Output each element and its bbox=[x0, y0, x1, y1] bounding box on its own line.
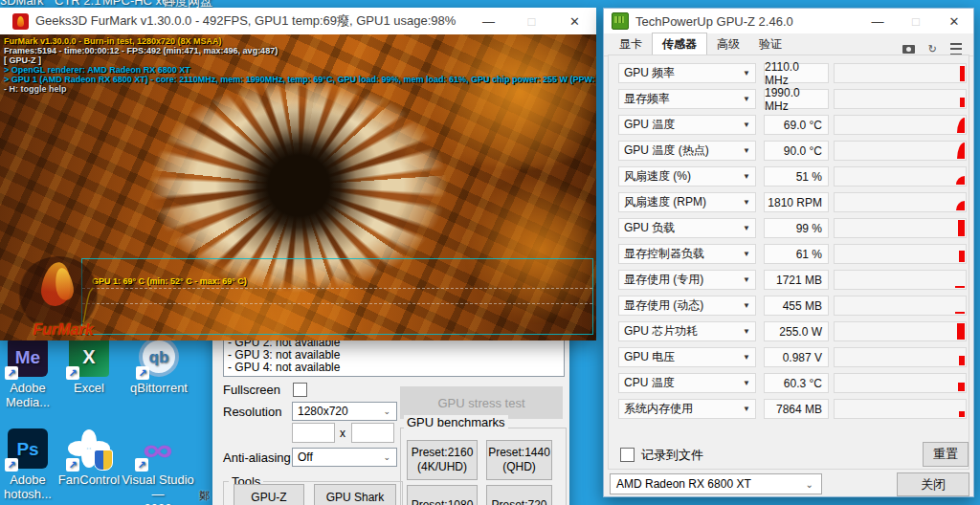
furmark-render-window: Geeks3D FurMark v1.30.0.0 - 492FPS, GPU1… bbox=[0, 8, 596, 340]
graph-fill bbox=[956, 201, 965, 210]
sensor-row: 风扇速度 (%)▼51 % bbox=[609, 166, 969, 187]
minimize-button[interactable]: — bbox=[467, 8, 510, 34]
chevron-down-icon: ▼ bbox=[743, 379, 750, 387]
tab-显卡[interactable]: 显卡 bbox=[610, 33, 652, 55]
sensor-select[interactable]: GPU 负载▼ bbox=[618, 218, 756, 238]
sensor-row: 显存频率▼1990.0 MHz bbox=[609, 89, 969, 109]
preset-button-1440[interactable]: Preset:1440(QHD) bbox=[486, 440, 552, 480]
graph-fill bbox=[960, 66, 965, 81]
camera-icon[interactable] bbox=[902, 45, 915, 54]
maximize-button[interactable]: □ bbox=[897, 9, 935, 33]
sensor-select[interactable]: 显存使用 (专用)▼ bbox=[618, 270, 756, 290]
minimize-button[interactable]: — bbox=[858, 9, 897, 33]
chevron-down-icon: ▼ bbox=[743, 69, 750, 77]
sensor-select[interactable]: GPU 频率▼ bbox=[618, 63, 756, 83]
sensor-value: 1810 RPM bbox=[764, 192, 829, 212]
sensor-select[interactable]: 风扇速度 (%)▼ bbox=[618, 166, 756, 187]
fullscreen-label: Fullscreen bbox=[223, 383, 280, 397]
chevron-down-icon: ⌄ bbox=[383, 406, 390, 416]
chevron-down-icon: ▼ bbox=[743, 172, 750, 181]
gpu-shark-tool-button[interactable]: GPU Shark bbox=[314, 484, 396, 505]
gpuz-titlebar[interactable]: TechPowerUp GPU-Z 2.46.0 — □ ✕ bbox=[604, 9, 973, 33]
gpu-stress-test-button[interactable]: GPU stress test bbox=[400, 386, 563, 419]
maximize-button[interactable]: □ bbox=[510, 8, 553, 34]
sensor-row: GPU 温度▼69.0 °C bbox=[609, 115, 969, 135]
graph-fill bbox=[957, 143, 965, 159]
fullscreen-checkbox[interactable] bbox=[293, 383, 307, 397]
sensor-select[interactable]: 显存控制器负载▼ bbox=[618, 244, 756, 264]
sensor-select[interactable]: 系统内存使用▼ bbox=[618, 399, 756, 419]
close-button[interactable]: ✕ bbox=[553, 8, 596, 34]
gpu-z-tool-button[interactable]: GPU-Z bbox=[234, 484, 304, 505]
sensor-row: GPU 频率▼2110.0 MHz bbox=[609, 63, 969, 83]
antialiasing-select[interactable]: Off ⌄ bbox=[292, 448, 397, 467]
sensor-value: 60.3 °C bbox=[764, 373, 829, 393]
icon-label: hotosh... bbox=[0, 487, 65, 501]
sensor-select[interactable]: GPU 芯片功耗▼ bbox=[618, 321, 756, 341]
sensor-row: CPU 温度▼60.3 °C bbox=[609, 373, 969, 393]
sensor-graph bbox=[834, 63, 967, 83]
sensor-graph bbox=[834, 270, 967, 290]
sensor-row: 显存控制器负载▼61 % bbox=[609, 244, 969, 264]
chevron-down-icon: ⌄ bbox=[383, 452, 390, 462]
sensor-select[interactable]: GPU 温度 (热点)▼ bbox=[618, 141, 756, 161]
sensor-value: 69.0 °C bbox=[764, 115, 829, 135]
burnin-render-area: FurMark v1.30.0.0 - Burn-in test, 1280x7… bbox=[0, 34, 596, 340]
desktop-icon-vs[interactable]: ∞↗Visual Studio —2022 bbox=[117, 428, 199, 505]
desktop-icon-fan[interactable]: ↗FanControl bbox=[52, 428, 126, 487]
log-to-file-checkbox[interactable] bbox=[620, 448, 635, 462]
refresh-icon[interactable]: ↻ bbox=[928, 44, 937, 55]
sensor-select[interactable]: 显存使用 (动态)▼ bbox=[618, 296, 756, 316]
shortcut-arrow-icon: ↗ bbox=[66, 458, 79, 472]
preset-button-720[interactable]: Preset:720 bbox=[486, 485, 552, 505]
gpu-temp-graph-overlay: GPU 1: 69° C (min: 52° C - max: 69° C) bbox=[81, 258, 593, 335]
osd-line: - H: toggle help bbox=[4, 84, 596, 94]
sensor-select[interactable]: GPU 电压▼ bbox=[618, 347, 756, 367]
reset-button[interactable]: 重置 bbox=[923, 442, 969, 467]
close-button[interactable]: ✕ bbox=[935, 9, 973, 33]
icon-label: 2022 bbox=[117, 501, 199, 505]
desktop-icon-qb[interactable]: qb↗qBittorrent bbox=[122, 337, 196, 395]
sensor-value: 1990.0 MHz bbox=[764, 89, 829, 109]
shortcut-arrow-icon: ↗ bbox=[66, 366, 79, 380]
tab-传感器[interactable]: 传感器 bbox=[652, 33, 707, 55]
tab-高级[interactable]: 高级 bbox=[707, 33, 749, 55]
sensor-graph bbox=[834, 115, 967, 135]
top-icon-label: 3DMark bbox=[0, 0, 44, 8]
osd-line: > GPU 1 (AMD Radeon RX 6800 XT) - core: … bbox=[4, 75, 596, 84]
resolution-label: Resolution bbox=[223, 405, 281, 419]
gpu-list-item[interactable]: - GPU 4: not available bbox=[228, 362, 564, 374]
sensor-label: CPU 温度 bbox=[624, 375, 675, 391]
chevron-down-icon: ▼ bbox=[743, 275, 750, 284]
close-gpuz-button[interactable]: 关闭 bbox=[897, 472, 969, 496]
furmark-titlebar[interactable]: Geeks3D FurMark v1.30.0.0 - 492FPS, GPU1… bbox=[0, 8, 596, 34]
sensor-select[interactable]: 风扇速度 (RPM)▼ bbox=[618, 192, 756, 212]
graph-dashed-line bbox=[82, 303, 592, 304]
gpuz-app-icon bbox=[612, 12, 629, 30]
sensor-label: GPU 芯片功耗 bbox=[624, 323, 698, 340]
sensor-select[interactable]: GPU 温度▼ bbox=[618, 115, 756, 135]
sensor-row: 风扇速度 (RPM)▼1810 RPM bbox=[609, 192, 969, 212]
furmark-logo: FurMark bbox=[13, 256, 113, 340]
top-icon-label: CTR 2.1 bbox=[55, 0, 100, 8]
chevron-down-icon: ▼ bbox=[743, 301, 750, 310]
chevron-down-icon: ▼ bbox=[743, 405, 750, 413]
sensor-label: 显存频率 bbox=[624, 91, 670, 107]
desktop-icon-excel[interactable]: X↗Excel bbox=[52, 337, 126, 395]
sensor-select[interactable]: CPU 温度▼ bbox=[618, 373, 756, 393]
custom-height-input[interactable] bbox=[351, 423, 394, 443]
tab-验证[interactable]: 验证 bbox=[749, 33, 791, 55]
sensor-select[interactable]: 显存频率▼ bbox=[618, 89, 756, 109]
preset-button-1080[interactable]: Preset:1080 bbox=[407, 485, 478, 505]
resolution-select[interactable]: 1280x720 ⌄ bbox=[292, 402, 397, 421]
gpu-select[interactable]: AMD Radeon RX 6800 XT ⌄ bbox=[610, 473, 822, 494]
preset-button-2160[interactable]: Preset:2160(4K/UHD) bbox=[407, 440, 478, 480]
graph-fill bbox=[958, 220, 965, 236]
preset-line2: (4K/UHD) bbox=[417, 460, 467, 474]
graph-fill bbox=[959, 251, 965, 262]
custom-width-input[interactable] bbox=[292, 423, 335, 443]
sensor-graph bbox=[834, 296, 967, 316]
furmark-flame-icon bbox=[12, 13, 29, 30]
gpu-select-value: AMD Radeon RX 6800 XT bbox=[616, 477, 751, 491]
sensor-value: 255.0 W bbox=[764, 321, 829, 341]
